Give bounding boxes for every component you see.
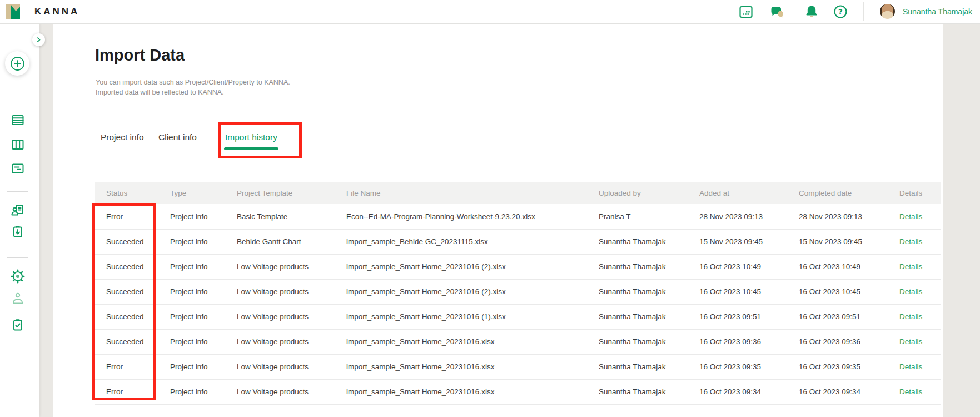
project-template-cell: Low Voltage products [226, 279, 335, 304]
uploaded-by-cell: Sunantha Thamajak [588, 279, 688, 304]
import-history-rows: Error Project info Basic Template Econ--… [95, 204, 941, 404]
details-link[interactable]: Details [899, 237, 922, 246]
details-link[interactable]: Details [899, 262, 922, 271]
page-description-line: You can import data such as Project/Clie… [96, 78, 290, 88]
table-row: Succeeded Project info Low Voltage produ… [95, 304, 941, 329]
tasks-clipboard-icon[interactable] [11, 318, 25, 332]
settings-gear-icon[interactable] [11, 269, 25, 284]
completed-date-cell: 28 Nov 2023 09:13 [788, 204, 888, 229]
file-name-cell: import_sample_Smart Home_20231016 (1).xl… [335, 304, 588, 329]
top-header-bar: KANNA ? Sunantha Thamajak [0, 0, 980, 24]
user-name[interactable]: Sunantha Thamajak [903, 7, 972, 16]
status-cell: Error [95, 354, 159, 379]
chat-icon[interactable] [769, 4, 785, 19]
details-link[interactable]: Details [899, 388, 922, 396]
project-template-cell: Low Voltage products [226, 254, 335, 279]
type-cell: Project info [159, 254, 226, 279]
details-cell: Details [888, 329, 941, 354]
status-cell: Succeeded [95, 304, 159, 329]
details-link[interactable]: Details [899, 337, 922, 346]
calendar-icon[interactable] [738, 4, 754, 19]
file-name-cell: Econ--Ed-MA-Program-Planning-Worksheet-9… [335, 204, 588, 229]
project-template-cell: Low Voltage products [226, 354, 335, 379]
list-view-icon[interactable] [11, 113, 25, 127]
added-at-cell: 16 Oct 2023 10:45 [688, 279, 788, 304]
sidebar-divider [7, 349, 28, 349]
status-cell: Succeeded [95, 279, 159, 304]
details-link[interactable]: Details [899, 287, 922, 296]
column-header-completed-date: Completed date [788, 182, 888, 204]
project-template-cell: Basic Template [226, 204, 335, 229]
file-name-cell: import_sample_Smart Home_20231016.xlsx [335, 379, 588, 404]
kanna-import-data-page: { "brand": { "name": "KANNA" }, "header"… [0, 0, 980, 417]
details-cell: Details [888, 204, 941, 229]
file-name-cell: import_sample_Smart Home_20231016.xlsx [335, 354, 588, 379]
type-cell: Project info [159, 329, 226, 354]
file-name-cell: import_sample_Smart Home_20231016 (2).xl… [335, 254, 588, 279]
page-title: Import Data [95, 46, 185, 64]
table-row: Error Project info Low Voltage products … [95, 354, 941, 379]
svg-text:?: ? [838, 7, 843, 16]
details-link[interactable]: Details [899, 363, 922, 371]
column-header-project-template: Project Template [226, 182, 335, 204]
column-header-details: Details [888, 182, 941, 204]
type-cell: Project info [159, 379, 226, 404]
file-name-cell: import_sample_Behide GC_20231115.xlsx [335, 229, 588, 254]
page-description: You can import data such as Project/Clie… [96, 78, 290, 97]
client-document-icon[interactable] [11, 203, 25, 217]
project-template-cell: Behide Gantt Chart [226, 229, 335, 254]
tab-client-info[interactable]: Client info [158, 130, 197, 145]
uploaded-by-cell: Sunantha Thamajak [588, 329, 688, 354]
import-download-icon[interactable] [11, 225, 25, 239]
status-cell: Succeeded [95, 329, 159, 354]
project-template-cell: Low Voltage products [226, 304, 335, 329]
type-cell: Project info [159, 304, 226, 329]
tab-project-info[interactable]: Project info [101, 130, 144, 145]
board-view-icon[interactable] [11, 137, 25, 152]
account-person-icon[interactable] [11, 291, 25, 306]
type-cell: Project info [159, 229, 226, 254]
project-template-cell: Low Voltage products [226, 329, 335, 354]
project-template-cell: Low Voltage products [226, 379, 335, 404]
file-name-cell: import_sample_Smart Home_20231016 (2).xl… [335, 279, 588, 304]
completed-date-cell: 16 Oct 2023 09:35 [788, 354, 888, 379]
completed-date-cell: 15 Nov 2023 09:45 [788, 229, 888, 254]
add-plus-icon [10, 56, 25, 71]
completed-date-cell: 16 Oct 2023 10:45 [788, 279, 888, 304]
uploaded-by-cell: Sunantha Thamajak [588, 229, 688, 254]
completed-date-cell: 16 Oct 2023 09:36 [788, 329, 888, 354]
notifications-icon[interactable] [804, 4, 819, 19]
status-cell: Error [95, 379, 159, 404]
added-at-cell: 16 Oct 2023 09:34 [688, 379, 788, 404]
status-cell: Error [95, 204, 159, 229]
table-row: Error Project info Basic Template Econ--… [95, 204, 941, 229]
details-cell: Details [888, 379, 941, 404]
completed-date-cell: 16 Oct 2023 09:51 [788, 304, 888, 329]
user-avatar[interactable] [880, 4, 895, 19]
table-row: Error Project info Low Voltage products … [95, 379, 941, 404]
uploaded-by-cell: Sunantha Thamajak [588, 254, 688, 279]
details-link[interactable]: Details [899, 312, 922, 321]
main-content: Import Data You can import data such as … [53, 23, 943, 417]
sidebar-expand-button[interactable] [32, 33, 45, 46]
status-cell: Succeeded [95, 254, 159, 279]
sidebar-divider [7, 257, 28, 258]
tab-import-history[interactable]: Import history [225, 130, 277, 145]
type-cell: Project info [159, 354, 226, 379]
table-row: Succeeded Project info Low Voltage produ… [95, 279, 941, 304]
table-header-row: Status Type Project Template File Name U… [95, 182, 941, 204]
add-new-button[interactable] [5, 51, 29, 76]
header-divider [863, 2, 864, 21]
sidebar-divider [7, 191, 28, 192]
column-header-added-at: Added at [688, 182, 788, 204]
help-icon[interactable]: ? [833, 4, 848, 19]
expand-chevron-icon [36, 37, 42, 43]
details-link[interactable]: Details [899, 212, 922, 221]
details-cell: Details [888, 304, 941, 329]
card-view-icon[interactable] [11, 161, 25, 176]
added-at-cell: 16 Oct 2023 10:49 [688, 254, 788, 279]
left-sidebar [0, 23, 39, 417]
status-cell: Succeeded [95, 229, 159, 254]
added-at-cell: 28 Nov 2023 09:13 [688, 204, 788, 229]
uploaded-by-cell: Sunantha Thamajak [588, 354, 688, 379]
